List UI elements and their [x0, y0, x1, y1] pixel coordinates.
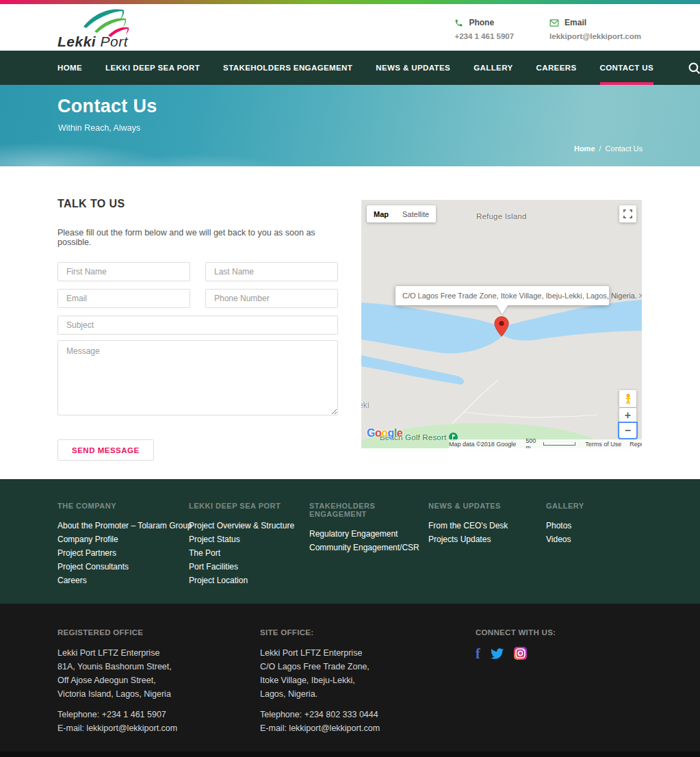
map-attribution-bar: Map data ©2018 Google 500 m Terms of Use…	[449, 439, 642, 448]
connect-heading: CONNECT WITH US:	[476, 628, 556, 637]
email-address[interactable]: lekkiport@lekkiport.com	[549, 32, 641, 40]
footer-link-company-profile[interactable]: Company Profile	[57, 533, 189, 546]
footer-column-news-updates: NEWS & UPDATESFrom the CEO's DeskProject…	[428, 502, 546, 587]
map-scale: 500 m	[526, 437, 575, 449]
footer-link-project-status[interactable]: Project Status	[189, 533, 309, 546]
footer-link-photos[interactable]: Photos	[546, 519, 584, 533]
twitter-icon[interactable]	[491, 648, 504, 659]
map-marker-pin[interactable]	[494, 316, 509, 337]
map-view-button[interactable]: Map	[367, 205, 396, 222]
site-office-telephone: Telephone: +234 802 333 0444	[260, 708, 476, 721]
search-button[interactable]	[688, 62, 700, 75]
footer-link-from-the-ceo-s-desk[interactable]: From the CEO's Desk	[428, 519, 546, 533]
zoom-out-button[interactable]: −	[619, 423, 636, 438]
breadcrumb-current: Contact Us	[606, 144, 643, 153]
facebook-icon[interactable]: f	[476, 647, 480, 660]
fullscreen-icon	[623, 209, 632, 218]
info-window-pointer	[497, 305, 508, 314]
terms-of-use-link[interactable]: Terms of Use	[585, 441, 621, 448]
main-navigation: HOMELEKKI DEEP SEA PORTSTAKEHOLDERS ENGA…	[0, 51, 700, 85]
nav-item-careers[interactable]: CAREERS	[536, 51, 576, 85]
footer-link-project-location[interactable]: Project Location	[189, 574, 309, 587]
footer-link-community-engagement-csr[interactable]: Community Engagement/CSR	[309, 541, 428, 554]
send-message-button[interactable]: SEND MESSAGE	[57, 439, 154, 461]
map-type-control: Map Satellite	[367, 205, 436, 222]
footer-link-project-overview-structure[interactable]: Project Overview & Structure	[189, 519, 309, 533]
email-icon	[549, 18, 559, 27]
registered-office-email[interactable]: E-mail: lekkiport@lekkiport.com	[57, 721, 260, 735]
office-address-line: Itoke Village, Ibeju-Lekki,	[260, 673, 476, 687]
registered-office-heading: REGISTERED OFFICE	[57, 628, 260, 637]
footer-link-project-partners[interactable]: Project Partners	[57, 546, 189, 560]
email-input[interactable]	[57, 289, 190, 308]
breadcrumb-home[interactable]: Home	[574, 144, 595, 153]
info-window-close-icon[interactable]: ×	[637, 290, 642, 301]
page-title: Contact Us	[57, 96, 157, 117]
report-map-error-link[interactable]: Report a map error	[630, 441, 642, 448]
map-column: Refuge Island eki Beach Golf Resort Map …	[361, 166, 642, 479]
connect-block: CONNECT WITH US: f	[476, 628, 556, 735]
registered-office-lines: Lekki Port LFTZ Enterprise81A, Younis Ba…	[57, 646, 260, 701]
site-office-block: SITE OFFICE: Lekki Port LFTZ EnterpriseC…	[260, 628, 476, 735]
footer-link-the-port[interactable]: The Port	[189, 546, 309, 560]
contact-form: TALK TO US Please fill out the form belo…	[57, 166, 338, 479]
instagram-icon[interactable]	[514, 647, 527, 660]
google-map[interactable]: Refuge Island eki Beach Golf Resort Map …	[361, 200, 642, 448]
footer-column-heading: THE COMPANY	[57, 502, 189, 510]
google-logo-letter: g	[388, 427, 394, 439]
form-heading: TALK TO US	[57, 198, 338, 210]
nav-item-lekki-deep-sea-port[interactable]: LEKKI DEEP SEA PORT	[105, 51, 200, 85]
pegman-icon	[623, 394, 633, 405]
footer-link-careers[interactable]: Careers	[57, 574, 189, 587]
footer-link-about-the-promoter-tolaram-group[interactable]: About the Promoter – Tolaram Group	[57, 519, 189, 533]
nav-item-contact-us[interactable]: CONTACT US	[600, 51, 654, 85]
subject-input[interactable]	[57, 316, 338, 335]
nav-item-gallery[interactable]: GALLERY	[474, 51, 513, 85]
last-name-input[interactable]	[205, 262, 338, 281]
site-office-email[interactable]: E-mail: lekkiport@lekkiport.com	[260, 721, 476, 735]
email-label: Email	[565, 18, 586, 27]
nav-item-news-updates[interactable]: NEWS & UPDATES	[376, 51, 450, 85]
google-logo[interactable]: Google	[367, 427, 402, 439]
office-address-line: Victoria Island, Lagos, Nigeria	[57, 687, 260, 701]
registered-office-telephone: Telephone: +234 1 461 5907	[57, 708, 260, 721]
phone-number[interactable]: +234 1 461 5907	[454, 32, 514, 40]
footer-column-heading: LEKKI DEEP SEA PORT	[189, 502, 309, 510]
registered-office-block: REGISTERED OFFICE Lekki Port LFTZ Enterp…	[57, 628, 260, 735]
office-address-line: 81A, Younis Bashorum Street,	[57, 660, 260, 673]
nav-item-stakeholders-engagement[interactable]: STAKEHOLDERS ENGAGEMENT	[223, 51, 352, 85]
zoom-in-button[interactable]: +	[619, 408, 636, 423]
footer-links-section: THE COMPANYAbout the Promoter – Tolaram …	[0, 479, 700, 604]
site-logo[interactable]: Lekki Port	[57, 5, 153, 50]
office-address-line: Off Ajose Adeogun Street,	[57, 673, 260, 687]
footer-bottom-strip	[0, 752, 700, 757]
footer-link-regulatory-engagement[interactable]: Regulatory Engagement	[309, 527, 428, 541]
street-view-pegman-button[interactable]	[619, 390, 636, 407]
footer-column-lekki-deep-sea-port: LEKKI DEEP SEA PORTProject Overview & St…	[189, 502, 309, 587]
map-scale-label: 500 m	[526, 437, 541, 449]
header-phone-block: Phone +234 1 461 5907	[454, 18, 514, 40]
site-office-lines: Lekki Port LFTZ EnterpriseC/O Lagos Free…	[260, 646, 476, 701]
map-label-island: Refuge Island	[476, 212, 527, 220]
first-name-input[interactable]	[57, 262, 190, 281]
footer-link-port-facilities[interactable]: Port Facilities	[189, 560, 309, 574]
office-address-line: Lekki Port LFTZ Enterprise	[57, 646, 260, 660]
google-logo-letter: G	[367, 427, 375, 439]
map-info-window: C/O Lagos Free Trade Zone, Itoke Village…	[396, 286, 609, 305]
office-address-line: Lagos, Nigeria.	[260, 687, 476, 701]
phone-label: Phone	[469, 18, 494, 27]
map-data-attribution: Map data ©2018 Google	[449, 441, 516, 448]
footer-link-project-consultants[interactable]: Project Consultants	[57, 560, 189, 574]
nav-item-home[interactable]: HOME	[57, 51, 82, 85]
phone-input[interactable]	[205, 289, 338, 308]
site-office-heading: SITE OFFICE:	[260, 628, 476, 637]
satellite-view-button[interactable]: Satellite	[396, 205, 436, 222]
hero-banner: Contact Us Within Reach, Always Home / C…	[0, 85, 700, 166]
message-textarea[interactable]	[57, 340, 338, 415]
footer-link-videos[interactable]: Videos	[546, 533, 584, 546]
footer-bottom-section: REGISTERED OFFICE Lekki Port LFTZ Enterp…	[0, 604, 700, 757]
breadcrumb: Home / Contact Us	[574, 144, 643, 153]
footer-link-projects-updates[interactable]: Projects Updates	[428, 533, 546, 546]
header-contacts: Phone +234 1 461 5907 Email lekkiport@le…	[454, 18, 641, 40]
fullscreen-button[interactable]	[619, 205, 636, 222]
